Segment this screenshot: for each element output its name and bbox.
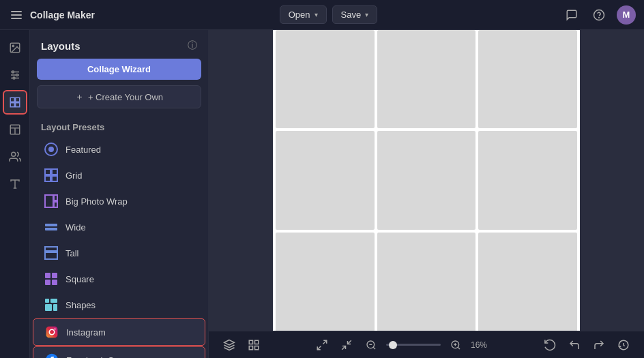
- rail-people-icon[interactable]: [3, 145, 27, 169]
- svg-rect-13: [15, 103, 19, 107]
- preset-instagram[interactable]: Instagram: [33, 318, 205, 346]
- svg-point-1: [599, 17, 600, 18]
- tall-icon: [44, 245, 59, 260]
- canvas-cell-9: [478, 233, 577, 331]
- main: Layouts ⓘ Collage Wizard ＋ + Create Your…: [0, 30, 644, 358]
- undo-icon[interactable]: [565, 335, 584, 355]
- expand-icon[interactable]: [312, 335, 332, 355]
- svg-rect-23: [52, 169, 57, 175]
- preset-grid[interactable]: Grid: [33, 162, 205, 188]
- preset-tall-label: Tall: [65, 248, 79, 258]
- svg-line-59: [458, 347, 460, 349]
- rail-text-icon[interactable]: [3, 172, 27, 196]
- canvas-cell-3: [478, 30, 577, 128]
- preset-featured-label: Featured: [65, 145, 101, 155]
- avatar[interactable]: M: [617, 5, 636, 25]
- rail-photos-icon[interactable]: [3, 35, 27, 60]
- svg-rect-10: [10, 98, 14, 102]
- preset-instagram-label: Instagram: [66, 327, 106, 338]
- sidebar-title: Layouts: [41, 40, 80, 52]
- rail-adjust-icon[interactable]: [3, 63, 27, 87]
- preset-wide[interactable]: Wide: [33, 214, 205, 240]
- collage-wizard-button[interactable]: Collage Wizard: [37, 59, 201, 80]
- sidebar: Layouts ⓘ Collage Wizard ＋ + Create Your…: [30, 30, 209, 358]
- save-caret: ▾: [365, 11, 368, 18]
- redo-icon[interactable]: [589, 335, 609, 355]
- save-button[interactable]: Save ▾: [332, 5, 378, 24]
- zoom-in-icon[interactable]: [446, 335, 465, 355]
- canvas-cell-8: [377, 233, 476, 331]
- compress-icon[interactable]: [337, 335, 356, 355]
- shapes-icon: [44, 297, 59, 312]
- toolbar-right: [540, 335, 633, 355]
- svg-rect-28: [54, 202, 57, 207]
- preset-facebook-label: Facebook Cover: [66, 355, 131, 359]
- svg-rect-37: [45, 299, 49, 303]
- svg-point-43: [55, 328, 56, 329]
- svg-marker-46: [224, 340, 235, 345]
- svg-rect-38: [50, 299, 57, 303]
- sidebar-buttons: Collage Wizard ＋ + Create Your Own: [30, 59, 208, 117]
- canvas-cell-5: [377, 131, 476, 230]
- instagram-icon: [44, 325, 59, 340]
- canvas-area: 16%: [209, 30, 644, 358]
- svg-rect-29: [45, 224, 57, 226]
- svg-rect-30: [45, 228, 57, 230]
- rail-table-icon[interactable]: [3, 117, 27, 142]
- svg-rect-26: [45, 195, 53, 207]
- svg-rect-36: [52, 280, 57, 285]
- facebook-icon: [44, 353, 59, 358]
- svg-rect-33: [45, 273, 50, 278]
- canvas-workspace: [209, 30, 644, 331]
- svg-rect-49: [249, 346, 252, 349]
- header-left: Collage Maker: [8, 8, 95, 22]
- chat-icon[interactable]: [562, 5, 581, 25]
- preset-tall[interactable]: Tall: [33, 240, 205, 266]
- header-center: Open ▾ Save ▾: [95, 5, 562, 24]
- preset-shapes-label: Shapes: [65, 300, 96, 310]
- create-own-button[interactable]: ＋ + Create Your Own: [37, 85, 201, 108]
- svg-rect-12: [10, 103, 14, 107]
- history-icon[interactable]: [614, 335, 633, 355]
- info-icon[interactable]: ⓘ: [188, 40, 197, 52]
- menu-icon[interactable]: [8, 8, 25, 22]
- svg-point-3: [12, 45, 14, 46]
- help-icon[interactable]: [589, 5, 609, 25]
- svg-rect-40: [53, 304, 57, 311]
- preset-bigphoto-label: Big Photo Wrap: [65, 196, 128, 207]
- open-caret: ▾: [314, 11, 318, 18]
- svg-rect-31: [45, 247, 57, 251]
- zoom-value: 16%: [471, 340, 491, 350]
- preset-grid-label: Grid: [65, 170, 83, 181]
- svg-rect-48: [255, 340, 259, 344]
- preset-square-label: Square: [65, 274, 94, 284]
- icon-rail: [0, 30, 30, 358]
- layers-icon[interactable]: [220, 335, 239, 355]
- preset-bigphoto[interactable]: Big Photo Wrap: [33, 188, 205, 214]
- svg-point-8: [16, 74, 18, 76]
- collage-canvas: [273, 30, 580, 331]
- svg-rect-27: [54, 195, 57, 200]
- preset-featured[interactable]: Featured: [33, 136, 205, 162]
- open-button[interactable]: Open ▾: [280, 5, 327, 24]
- svg-line-51: [323, 340, 327, 344]
- preset-square[interactable]: Square: [33, 266, 205, 292]
- svg-point-21: [48, 147, 54, 152]
- preset-facebook[interactable]: Facebook Cover: [33, 346, 205, 358]
- plus-icon: ＋: [75, 91, 84, 103]
- grid-view-icon[interactable]: [244, 335, 263, 355]
- preset-shapes[interactable]: Shapes: [33, 292, 205, 318]
- rotate-left-icon[interactable]: [540, 335, 559, 355]
- rail-layouts-icon[interactable]: [3, 90, 27, 115]
- svg-line-54: [348, 340, 351, 344]
- svg-point-17: [11, 152, 15, 156]
- canvas-cell-2: [377, 30, 476, 128]
- open-label: Open: [289, 10, 310, 20]
- wide-icon: [44, 220, 59, 235]
- zoom-slider[interactable]: [386, 344, 441, 346]
- svg-line-52: [317, 346, 321, 349]
- header-right: M: [562, 5, 636, 25]
- toolbar-center: 16%: [312, 335, 491, 355]
- zoom-out-icon[interactable]: [362, 335, 381, 355]
- sidebar-header: Layouts ⓘ: [30, 30, 208, 59]
